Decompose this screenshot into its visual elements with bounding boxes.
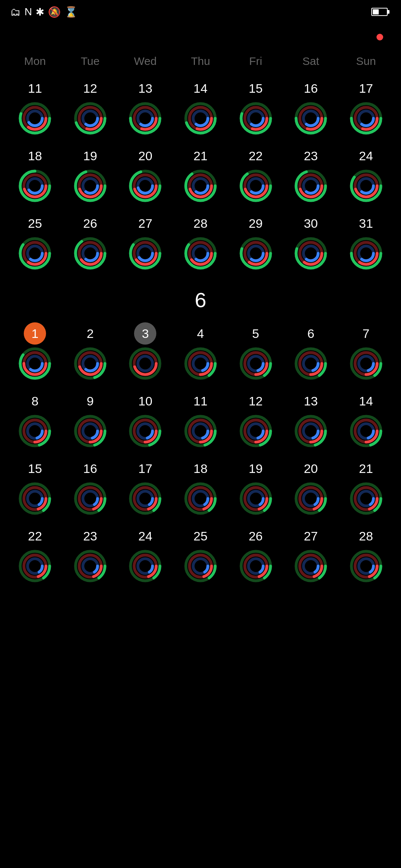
day-cell[interactable]: 27 (118, 209, 173, 277)
activity-ring (74, 169, 107, 203)
day-cell[interactable]: 9 (63, 387, 118, 454)
day-cell[interactable]: 4 (173, 319, 228, 387)
day-cell[interactable]: 12 (63, 74, 118, 142)
day-cell[interactable]: 2 (63, 319, 118, 387)
day-cell[interactable]: 18 (7, 142, 63, 209)
day-cell[interactable]: 24 (118, 522, 173, 589)
day-cell[interactable]: 13 (283, 387, 339, 454)
activity-ring (184, 102, 217, 135)
day-number: 27 (134, 212, 156, 234)
activity-ring (74, 347, 107, 380)
day-cell[interactable]: 20 (283, 454, 339, 522)
calendar-container: 1112131415161718192021222324252627282930… (0, 74, 401, 589)
day-number: 31 (355, 212, 377, 234)
day-cell[interactable]: 21 (173, 142, 228, 209)
day-number: 29 (245, 212, 267, 234)
activity-ring (349, 482, 383, 515)
day-cell[interactable]: 26 (228, 522, 283, 589)
calendar-grid-0: 1112131415161718192021222324252627282930… (4, 74, 397, 277)
day-number: 11 (24, 77, 46, 99)
day-cell[interactable]: 3 (118, 319, 173, 387)
day-number: 25 (24, 212, 46, 234)
activity-ring (349, 169, 383, 203)
month-section-0: 1112131415161718192021222324252627282930… (0, 74, 401, 277)
day-cell[interactable]: 17 (338, 74, 394, 142)
day-cell[interactable]: 6 (283, 319, 339, 387)
day-cell[interactable]: 14 (173, 74, 228, 142)
day-cell[interactable]: 11 (7, 74, 63, 142)
day-header-sun: Sun (338, 52, 394, 70)
activity-ring (128, 414, 162, 448)
day-cell[interactable]: 22 (228, 142, 283, 209)
day-cell[interactable]: 23 (283, 142, 339, 209)
day-cell[interactable]: 27 (283, 522, 339, 589)
day-cell[interactable]: 16 (283, 74, 339, 142)
day-cell[interactable]: 15 (228, 74, 283, 142)
activity-ring (74, 237, 107, 270)
day-header-fri: Fri (228, 52, 283, 70)
day-cell[interactable]: 19 (228, 454, 283, 522)
day-cell[interactable]: 17 (118, 454, 173, 522)
day-cell[interactable]: 25 (7, 209, 63, 277)
day-cell[interactable]: 31 (338, 209, 394, 277)
activity-ring (18, 347, 52, 380)
activity-ring (18, 482, 52, 515)
day-number: 26 (245, 525, 267, 547)
day-cell[interactable]: 10 (118, 387, 173, 454)
day-cell[interactable]: 21 (338, 454, 394, 522)
day-cell[interactable]: 30 (283, 209, 339, 277)
activity-ring (294, 482, 327, 515)
day-number: 20 (134, 145, 156, 167)
day-number: 17 (355, 77, 377, 99)
day-number: 14 (355, 390, 377, 412)
day-cell[interactable]: 18 (173, 454, 228, 522)
activity-ring (294, 169, 327, 203)
day-cell[interactable]: 13 (118, 74, 173, 142)
day-cell[interactable]: 29 (228, 209, 283, 277)
day-cell[interactable]: 19 (63, 142, 118, 209)
activity-ring (18, 549, 52, 583)
day-number: 18 (189, 457, 212, 480)
day-number: 18 (24, 145, 46, 167)
activity-ring (184, 237, 217, 270)
status-bar: 🗂 N ✱ 🔕 ⌛ (0, 0, 401, 22)
nfc-icon: N (25, 6, 32, 18)
day-number: 9 (79, 390, 101, 412)
day-cell[interactable]: 25 (173, 522, 228, 589)
day-cell[interactable]: 26 (63, 209, 118, 277)
day-cell[interactable]: 28 (173, 209, 228, 277)
day-cell[interactable]: 7 (338, 319, 394, 387)
day-cell[interactable]: 12 (228, 387, 283, 454)
day-cell[interactable]: 24 (338, 142, 394, 209)
day-cell[interactable]: 14 (338, 387, 394, 454)
battery-icon (371, 8, 388, 16)
activity-ring (74, 549, 107, 583)
day-cell[interactable]: 5 (228, 319, 283, 387)
day-number: 30 (300, 212, 322, 234)
day-cell[interactable]: 1 (7, 319, 63, 387)
day-number: 11 (189, 390, 212, 412)
activity-ring (294, 102, 327, 135)
notification-dot (376, 34, 383, 40)
day-header-wed: Wed (118, 52, 173, 70)
day-number: 6 (300, 322, 322, 345)
activity-ring (239, 482, 273, 515)
day-cell[interactable]: 16 (63, 454, 118, 522)
activity-ring (18, 237, 52, 270)
day-cell[interactable]: 23 (63, 522, 118, 589)
day-cell[interactable]: 11 (173, 387, 228, 454)
activity-ring (18, 169, 52, 203)
activity-ring (74, 414, 107, 448)
activity-ring (239, 549, 273, 583)
day-cell[interactable]: 15 (7, 454, 63, 522)
day-header-tue: Tue (63, 52, 118, 70)
day-header-thu: Thu (173, 52, 228, 70)
day-cell[interactable]: 28 (338, 522, 394, 589)
day-number: 5 (245, 322, 267, 345)
day-cell[interactable]: 20 (118, 142, 173, 209)
activity-ring (294, 347, 327, 380)
day-number: 15 (24, 457, 46, 480)
day-number: 22 (24, 525, 46, 547)
day-cell[interactable]: 22 (7, 522, 63, 589)
day-cell[interactable]: 8 (7, 387, 63, 454)
